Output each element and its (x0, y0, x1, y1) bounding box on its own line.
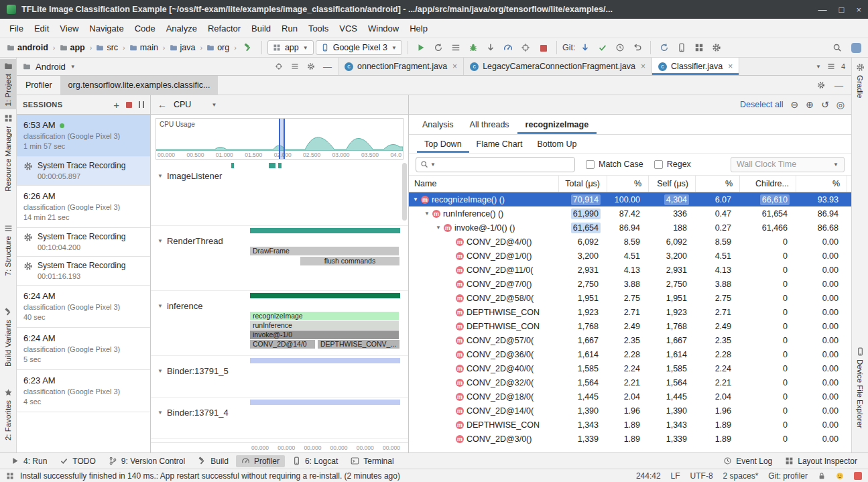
locate-file-icon[interactable] (275, 62, 283, 70)
strip-item-structure[interactable]: 7: Structure (0, 221, 16, 278)
minimize-button[interactable]: — (818, 5, 827, 15)
collapse-arrow-icon[interactable]: ▼ (158, 303, 163, 309)
add-session-button[interactable]: + (113, 100, 119, 110)
zoom-to-selection-icon[interactable]: ◎ (836, 100, 845, 109)
lock-icon[interactable] (818, 472, 826, 480)
reset-zoom-icon[interactable]: ↺ (821, 100, 829, 109)
table-row[interactable]: ▼ m CONV_2D@4/0() 6,092 8.59 6,092 8.59 … (409, 235, 851, 249)
thread-row-inference[interactable]: ▼inference recognizeImage runInference i… (151, 291, 408, 356)
analysis-tab[interactable]: All threads (462, 115, 517, 134)
build-hammer-button[interactable] (241, 40, 256, 55)
menu-item[interactable]: Window (363, 21, 404, 36)
strip-item-gradle[interactable]: Gradle (852, 60, 868, 101)
run-configurations-button[interactable] (448, 40, 464, 55)
search-everywhere-button[interactable] (829, 40, 845, 55)
expand-arrow-icon[interactable]: ▼ (436, 225, 441, 231)
back-button[interactable]: ← (158, 99, 167, 110)
table-row[interactable]: ▼ m CONV_2D@36/0( 1,614 2.28 1,614 2.28 … (409, 347, 851, 361)
breadcrumb-item[interactable]: java › (170, 43, 205, 52)
thread-row-binder4[interactable]: ▼Binder:13791_4 (151, 398, 408, 439)
checkbox-box[interactable] (654, 160, 663, 169)
column-header[interactable]: % (796, 176, 847, 192)
device-file-explorer-button[interactable] (708, 40, 724, 55)
profiler-session-tab[interactable]: org.tensorflow.lite.examples.classific..… (60, 76, 219, 95)
table-row[interactable]: ▼ m CONV_2D@58/0( 1,951 2.75 1,951 2.75 … (409, 291, 851, 305)
hide-panel-icon[interactable]: — (834, 80, 843, 91)
expand-arrow-icon[interactable]: ▼ (424, 210, 430, 217)
file-encoding[interactable]: UTF-8 (690, 471, 713, 481)
cpu-usage-chart[interactable]: CPU Usage 00.000 00.500 01.000 01.5 (156, 118, 404, 160)
toolwindow-layout-inspector[interactable]: Layout Inspector (780, 455, 863, 467)
table-row[interactable]: ▼ m CONV_2D@18/0( 1,445 2.04 1,445 2.04 … (409, 389, 851, 404)
vertical-scrollbar[interactable] (402, 163, 407, 221)
column-header[interactable]: Self (μs) (649, 176, 696, 192)
zoom-out-icon[interactable]: ⊖ (791, 100, 799, 109)
range-selection-handle[interactable] (279, 119, 285, 159)
menu-item[interactable]: VCS (334, 21, 363, 36)
table-row[interactable]: ▼ m runInference() () 61,990 87.42 336 0… (409, 206, 851, 221)
collapse-all-icon[interactable] (291, 62, 299, 70)
session-list-item[interactable]: 6:26 AM classification (Google Pixel 3) … (17, 186, 150, 228)
trace-span[interactable]: flush commands (300, 257, 399, 265)
thread-row-renderthread[interactable]: ▼RenderThread DrawFrame flush commands (151, 226, 408, 291)
table-row[interactable]: ▼ m DEPTHWISE_CON 1,768 2.49 1,768 2.49 … (409, 319, 851, 333)
editor-tab[interactable]: c onnectionFragment.java × (338, 58, 464, 75)
stop-button[interactable] (536, 40, 551, 55)
indent-style[interactable]: 2 spaces* (723, 471, 759, 481)
stop-session-button[interactable] (126, 102, 132, 108)
sdk-manager-button[interactable] (691, 40, 706, 55)
table-row[interactable]: ▼ m CONV_2D@1/0() 3,200 4.51 3,200 4.51 … (409, 249, 851, 263)
menu-item[interactable]: File (4, 21, 29, 36)
hidden-tabs-list-icon[interactable] (827, 62, 835, 70)
regex-checkbox[interactable]: Regex (654, 160, 691, 169)
session-list-item[interactable]: 6:53 AM classification (Google Pixel 3) … (17, 115, 150, 157)
strip-item-project[interactable]: 1: Project (0, 59, 16, 109)
close-tab-icon[interactable]: × (728, 62, 733, 71)
strip-item-build-variants[interactable]: Build Variants (0, 305, 16, 369)
menu-item[interactable]: Navigate (84, 21, 129, 36)
toolwindow-run[interactable]: 4: Run (5, 455, 52, 467)
analysis-subtab[interactable]: Top Down (417, 135, 469, 153)
feedback-smiley-icon[interactable] (836, 472, 844, 480)
table-row[interactable]: ▼ m DEPTHWISE_CON 1,343 1.89 1,343 1.89 … (409, 418, 851, 432)
pause-live-button[interactable] (139, 101, 144, 108)
profile-avatar[interactable] (851, 43, 861, 53)
collapse-arrow-icon[interactable]: ▼ (158, 410, 163, 416)
menu-item[interactable]: Build (246, 21, 276, 36)
analysis-tab[interactable]: recognizeImage (517, 115, 597, 134)
close-button[interactable]: × (856, 5, 861, 15)
settings-gear-icon[interactable] (817, 81, 825, 89)
analysis-tab[interactable]: Analysis (414, 115, 462, 134)
run-button[interactable] (414, 40, 429, 55)
toolwindow-terminal[interactable]: Terminal (345, 455, 399, 467)
table-row[interactable]: ▼ m CONV_2D@57/0( 1,667 2.35 1,667 2.35 … (409, 333, 851, 347)
strip-item-favorites[interactable]: 2: Favorites (0, 385, 16, 443)
menu-item[interactable]: Refactor (202, 21, 246, 36)
apply-changes-button[interactable] (431, 40, 446, 55)
git-branch[interactable]: Git: profiler (768, 471, 808, 481)
column-header[interactable]: Childre... (740, 176, 796, 192)
table-row[interactable]: ▼ m CONV_2D@32/0( 1,564 2.21 1,564 2.21 … (409, 375, 851, 389)
menu-item[interactable]: Edit (29, 21, 54, 36)
menu-item[interactable]: Run (276, 21, 303, 36)
git-update-button[interactable] (577, 40, 593, 55)
checkbox-box[interactable] (586, 160, 595, 169)
run-config-dropdown[interactable]: app ▼ (267, 40, 314, 55)
column-header[interactable]: Total (μs) (559, 176, 607, 192)
avd-manager-button[interactable] (674, 40, 689, 55)
toolwindow-build[interactable]: Build (192, 455, 234, 467)
toolwindow-logcat[interactable]: 6: Logcat (287, 455, 343, 467)
deselect-all-link[interactable]: Deselect all (740, 100, 784, 109)
breadcrumb-item[interactable]: main › (129, 43, 168, 52)
toolwindow-switcher-icon[interactable] (6, 472, 14, 480)
search-input[interactable] (438, 160, 570, 169)
trace-span[interactable]: runInference (250, 321, 399, 330)
coverage-button[interactable] (518, 40, 534, 55)
sync-gradle-button[interactable] (656, 40, 672, 55)
trace-span[interactable]: invoke@-1/0 (250, 330, 399, 339)
git-rollback-button[interactable] (629, 40, 645, 55)
trace-span[interactable]: CONV_2D@14/0 (250, 340, 315, 349)
analysis-subtab[interactable]: Flame Chart (469, 135, 530, 153)
session-list-item[interactable]: System Trace Recording 00:00:05.897 (17, 157, 150, 186)
breadcrumb-item[interactable]: android › (7, 43, 58, 52)
